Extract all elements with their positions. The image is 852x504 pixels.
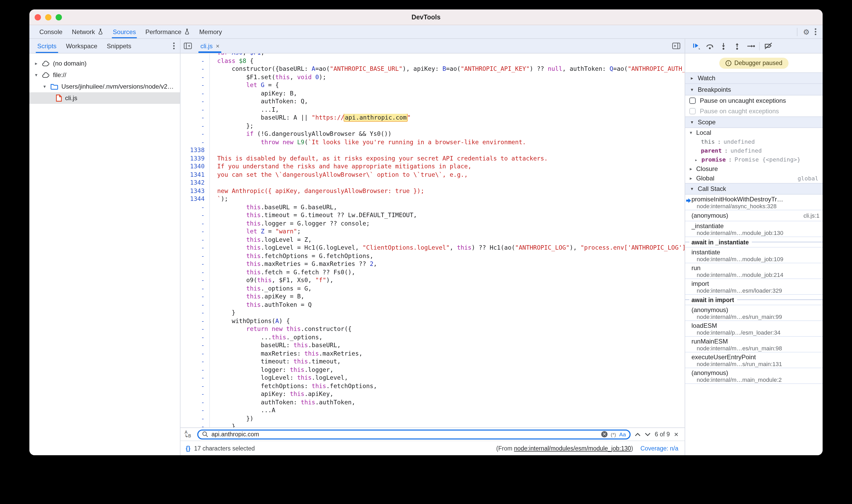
scope-var-promise[interactable]: ▸ promise: Promise {<pending>} bbox=[685, 155, 823, 164]
line-gutter[interactable]: 1338 bbox=[180, 146, 210, 155]
more-options-icon[interactable] bbox=[815, 28, 816, 35]
line-gutter[interactable]: - bbox=[180, 268, 210, 276]
tab-scripts[interactable]: Scripts bbox=[33, 39, 61, 53]
line-gutter[interactable]: - bbox=[180, 244, 210, 252]
settings-gear-icon[interactable]: ⚙ bbox=[803, 28, 810, 35]
tab-snippets[interactable]: Snippets bbox=[102, 39, 136, 53]
line-gutter[interactable]: 1343 bbox=[180, 187, 210, 195]
chevron-right-icon[interactable]: ▸ bbox=[688, 166, 694, 172]
tree-item-folder[interactable]: ▾ Users/jinhuilee/.nvm/versions/node/v2… bbox=[29, 81, 180, 92]
line-gutter[interactable]: - bbox=[180, 317, 210, 325]
step-over-button[interactable] bbox=[703, 39, 717, 53]
section-scope[interactable]: ▾ Scope bbox=[685, 116, 823, 128]
chevron-right-icon[interactable]: ▸ bbox=[694, 157, 699, 162]
navigator-more-icon[interactable] bbox=[173, 42, 175, 49]
line-gutter[interactable]: - bbox=[180, 423, 210, 428]
tree-item-no-domain[interactable]: ▸ (no domain) bbox=[29, 58, 180, 69]
line-gutter[interactable]: - bbox=[180, 366, 210, 374]
chevron-right-icon[interactable]: ▸ bbox=[688, 176, 694, 181]
line-gutter[interactable]: 1342 bbox=[180, 179, 210, 187]
section-call-stack[interactable]: ▾ Call Stack bbox=[685, 183, 823, 195]
line-gutter[interactable]: 1341 bbox=[180, 171, 210, 179]
collapse-sidebar-icon[interactable] bbox=[184, 42, 192, 49]
line-gutter[interactable]: - bbox=[180, 374, 210, 382]
regex-toggle-icon[interactable]: (*) bbox=[611, 431, 616, 437]
scope-closure[interactable]: ▸Closure bbox=[685, 164, 823, 174]
close-search-icon[interactable]: × bbox=[674, 431, 678, 438]
line-gutter[interactable]: 1344 bbox=[180, 195, 210, 203]
tab-performance[interactable]: Performance bbox=[141, 25, 194, 38]
step-into-button[interactable] bbox=[717, 39, 730, 53]
tree-item-clijs[interactable]: cli.js bbox=[29, 92, 180, 104]
tree-item-file-protocol[interactable]: ▾ file:// bbox=[29, 69, 180, 81]
scope-local[interactable]: ▾Local bbox=[685, 128, 823, 138]
chevron-down-icon[interactable]: ▾ bbox=[42, 84, 47, 89]
call-stack-frame[interactable]: loadESMnode:internal/p…/esm_loader:34 bbox=[685, 321, 823, 337]
line-gutter[interactable]: - bbox=[180, 211, 210, 219]
line-gutter[interactable]: - bbox=[180, 390, 210, 398]
line-gutter[interactable]: - bbox=[180, 341, 210, 349]
line-gutter[interactable]: - bbox=[180, 398, 210, 407]
replace-toggle-icon[interactable]: A↳B bbox=[185, 431, 193, 438]
titlebar[interactable]: DevTools bbox=[29, 10, 823, 25]
line-gutter[interactable]: - bbox=[180, 97, 210, 106]
line-gutter[interactable]: - bbox=[180, 252, 210, 260]
line-gutter[interactable]: - bbox=[180, 73, 210, 81]
step-button[interactable] bbox=[744, 39, 758, 53]
section-breakpoints[interactable]: ▾ Breakpoints bbox=[685, 84, 823, 95]
line-gutter[interactable]: - bbox=[180, 407, 210, 415]
line-gutter[interactable]: - bbox=[180, 276, 210, 285]
line-gutter[interactable]: - bbox=[180, 309, 210, 317]
scope-var-parent[interactable]: parent: undefined bbox=[685, 146, 823, 155]
line-gutter[interactable]: - bbox=[180, 285, 210, 293]
line-gutter[interactable]: 1339 bbox=[180, 155, 210, 163]
deactivate-breakpoints-button[interactable] bbox=[761, 39, 775, 53]
breakpoint-option[interactable]: Pause on uncaught exceptions bbox=[685, 95, 823, 106]
line-gutter[interactable]: - bbox=[180, 293, 210, 301]
clear-search-icon[interactable]: ✕ bbox=[601, 431, 607, 437]
call-stack-frame[interactable]: promiseInitHookWithDestroyTr…node:intern… bbox=[685, 195, 823, 210]
call-stack-frame[interactable]: _instantiatenode:internal/m…module_job:1… bbox=[685, 221, 823, 237]
checkbox-uncaught-exceptions[interactable] bbox=[689, 97, 696, 104]
tab-network[interactable]: Network bbox=[67, 25, 108, 38]
toggle-right-panel-icon[interactable] bbox=[672, 42, 680, 49]
search-input[interactable] bbox=[211, 431, 598, 437]
line-gutter[interactable]: - bbox=[180, 81, 210, 89]
previous-match-icon[interactable] bbox=[635, 432, 641, 436]
search-field[interactable]: ✕ (*) Aa bbox=[197, 429, 631, 439]
line-gutter[interactable]: - bbox=[180, 228, 210, 236]
line-gutter[interactable]: - bbox=[180, 349, 210, 358]
tab-console[interactable]: Console bbox=[35, 25, 67, 38]
line-gutter[interactable]: - bbox=[180, 65, 210, 73]
pretty-print-icon[interactable]: {} bbox=[186, 445, 191, 451]
chevron-right-icon[interactable]: ▸ bbox=[34, 61, 39, 66]
call-stack-frame[interactable]: executeUserEntryPointnode:internal/m…s/r… bbox=[685, 353, 823, 368]
resume-button[interactable] bbox=[689, 39, 703, 53]
tab-memory[interactable]: Memory bbox=[195, 25, 227, 38]
line-gutter[interactable]: - bbox=[180, 301, 210, 309]
call-stack-frame[interactable]: importnode:internal/m…esm/loader:329 bbox=[685, 279, 823, 295]
line-gutter[interactable]: - bbox=[180, 325, 210, 333]
next-match-icon[interactable] bbox=[645, 432, 651, 436]
editor-tab-clijs[interactable]: cli.js × bbox=[195, 39, 225, 53]
match-case-toggle-icon[interactable]: Aa bbox=[619, 431, 626, 437]
section-watch[interactable]: ▸ Watch bbox=[685, 72, 823, 84]
source-origin-link[interactable]: node:internal/modules/esm/module_job:130 bbox=[514, 445, 631, 451]
call-stack-frame[interactable]: (anonymous)cli.js:1 bbox=[685, 210, 823, 221]
breakpoint-option[interactable]: Pause on caught exceptions bbox=[685, 106, 823, 116]
line-gutter[interactable]: - bbox=[180, 54, 210, 57]
line-gutter[interactable]: - bbox=[180, 57, 210, 65]
call-stack-frame[interactable]: runnode:internal/m…module_job:214 bbox=[685, 263, 823, 279]
close-tab-icon[interactable]: × bbox=[216, 42, 219, 50]
call-stack-frame[interactable]: runMainESMnode:internal/m…es/run_main:98 bbox=[685, 337, 823, 353]
line-gutter[interactable]: - bbox=[180, 358, 210, 366]
line-gutter[interactable]: - bbox=[180, 138, 210, 146]
line-gutter[interactable]: - bbox=[180, 203, 210, 211]
line-gutter[interactable]: - bbox=[180, 382, 210, 390]
coverage-link[interactable]: Coverage: n/a bbox=[641, 445, 679, 451]
scope-var-this[interactable]: this: undefined bbox=[685, 138, 823, 146]
code-viewer[interactable]: -var Xs0, $F1;-class $8 {- constructor({… bbox=[180, 54, 685, 428]
tab-workspace[interactable]: Workspace bbox=[61, 39, 102, 53]
tab-sources[interactable]: Sources bbox=[108, 25, 141, 38]
line-gutter[interactable]: - bbox=[180, 333, 210, 341]
